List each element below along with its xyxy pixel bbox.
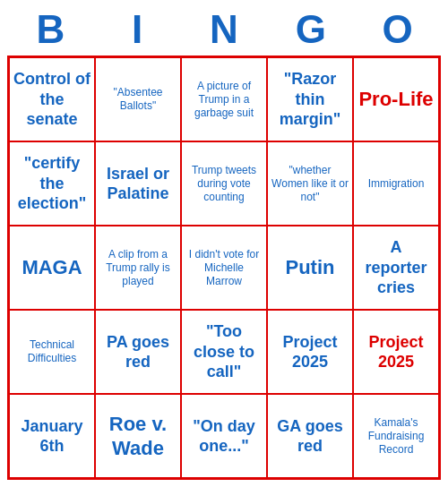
cell-text-6: Israel or Palatine (99, 164, 177, 204)
cell-text-19: Project 2025 (358, 332, 435, 372)
cell-0[interactable]: Control of the senate (9, 57, 95, 141)
cell-text-3: "Razor thin margin" (271, 69, 349, 130)
cell-11[interactable]: A clip from a Trump rally is played (95, 226, 181, 310)
cell-7[interactable]: Trump tweets during vote counting (181, 141, 267, 226)
cell-text-22: "On day one..." (185, 416, 263, 457)
cell-23[interactable]: GA goes red (267, 394, 353, 478)
cell-5[interactable]: "certify the election" (9, 141, 95, 226)
cell-text-9: Immigration (368, 177, 425, 191)
letter-g: G (271, 7, 349, 52)
letter-n: N (185, 7, 263, 52)
cell-text-4: Pro-Life (358, 87, 433, 112)
cell-text-13: Putin (286, 255, 335, 280)
cell-13[interactable]: Putin (267, 226, 353, 310)
cell-text-0: Control of the senate (13, 69, 90, 130)
cell-text-8: "whether Women like it or not" (271, 164, 349, 204)
cell-text-10: MAGA (22, 255, 82, 280)
letter-o: O (358, 7, 436, 52)
cell-text-21: Roe v. Wade (99, 412, 177, 461)
cell-6[interactable]: Israel or Palatine (95, 141, 181, 226)
cell-1[interactable]: "Absentee Ballots" (95, 57, 181, 141)
cell-19[interactable]: Project 2025 (353, 310, 439, 394)
cell-text-24: Kamala's Fundraising Record (358, 416, 435, 457)
cell-text-17: "Too close to call" (185, 321, 263, 382)
cell-9[interactable]: Immigration (353, 141, 439, 226)
cell-text-23: GA goes red (271, 416, 349, 457)
cell-16[interactable]: PA goes red (95, 310, 181, 394)
cell-text-11: A clip from a Trump rally is played (99, 248, 177, 288)
cell-10[interactable]: MAGA (9, 226, 95, 310)
cell-3[interactable]: "Razor thin margin" (267, 57, 353, 141)
cell-text-16: PA goes red (99, 332, 177, 372)
cell-15[interactable]: Technical Difficulties (9, 310, 95, 394)
cell-12[interactable]: I didn't vote for Michelle Marrow (181, 226, 267, 310)
cell-8[interactable]: "whether Women like it or not" (267, 141, 353, 226)
cell-text-5: "certify the election" (13, 153, 90, 214)
cell-22[interactable]: "On day one..." (181, 394, 267, 478)
cell-text-1: "Absentee Ballots" (99, 86, 177, 113)
cell-14[interactable]: A reporter cries (353, 226, 439, 310)
cell-text-14: A reporter cries (358, 237, 435, 298)
cell-20[interactable]: January 6th (9, 394, 95, 478)
cell-18[interactable]: Project 2025 (267, 310, 353, 394)
bingo-header: B I N G O (7, 7, 441, 52)
cell-text-15: Technical Difficulties (13, 338, 90, 365)
cell-17[interactable]: "Too close to call" (181, 310, 267, 394)
cell-2[interactable]: A picture of Trump in a garbage suit (181, 57, 267, 141)
cell-text-2: A picture of Trump in a garbage suit (185, 80, 263, 120)
cell-4[interactable]: Pro-Life (353, 57, 439, 141)
cell-21[interactable]: Roe v. Wade (95, 394, 181, 478)
cell-24[interactable]: Kamala's Fundraising Record (353, 394, 439, 478)
cell-text-12: I didn't vote for Michelle Marrow (185, 248, 263, 288)
bingo-grid: Control of the senate"Absentee Ballots"A… (7, 56, 441, 480)
letter-i: I (99, 7, 177, 52)
cell-text-18: Project 2025 (271, 332, 349, 372)
cell-text-7: Trump tweets during vote counting (185, 164, 263, 204)
cell-text-20: January 6th (13, 416, 90, 457)
letter-b: B (12, 7, 90, 52)
